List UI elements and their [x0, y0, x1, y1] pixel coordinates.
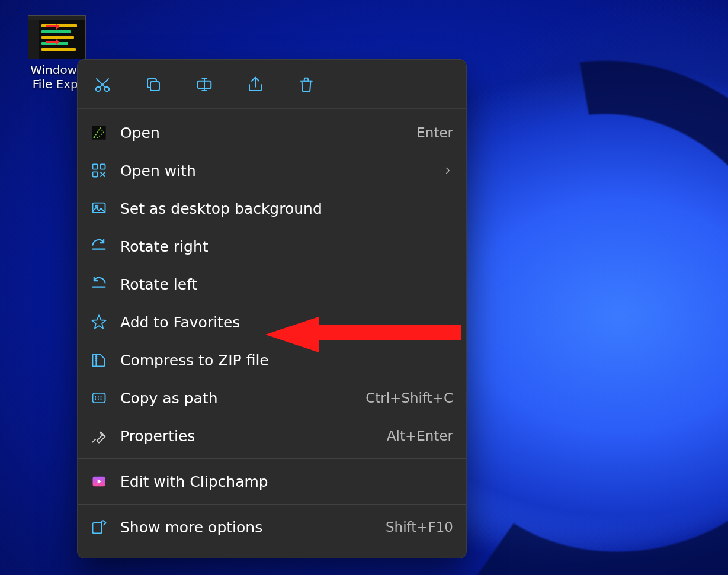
menu-item-label: Properties	[120, 429, 374, 444]
menu-item-label: Open with	[120, 163, 429, 178]
copy-icon	[145, 76, 162, 94]
chevron-right-icon	[442, 163, 453, 178]
rename-icon	[195, 76, 213, 94]
svg-rect-4	[150, 82, 159, 91]
cut-icon	[94, 76, 111, 94]
menu-item-shortcut: Ctrl+Shift+C	[365, 391, 453, 405]
star-icon	[91, 314, 107, 330]
menu-item-label: Compress to ZIP file	[120, 353, 453, 368]
menu-item-label: Rotate left	[120, 277, 453, 292]
copy-button[interactable]	[142, 73, 165, 97]
svg-rect-23	[93, 523, 102, 534]
share-icon	[246, 76, 264, 94]
open-icon	[91, 124, 107, 141]
menu-item-shortcut: Alt+Enter	[387, 429, 453, 443]
menu-item-label: Add to Favorites	[120, 315, 453, 330]
copy-path-icon	[91, 390, 107, 406]
svg-point-12	[96, 205, 98, 208]
menu-item-rotate-right[interactable]: Rotate right	[78, 227, 466, 265]
menu-item-open[interactable]: Open Enter	[78, 114, 466, 152]
menu-item-add-to-favorites[interactable]: Add to Favorites	[78, 303, 466, 341]
menu-separator	[78, 504, 466, 505]
wrench-icon	[91, 428, 107, 444]
menu-item-shortcut: Shift+F10	[386, 521, 453, 534]
svg-rect-10	[93, 172, 98, 176]
svg-marker-15	[92, 315, 105, 328]
context-menu-action-bar	[78, 60, 466, 109]
menu-item-edit-with-clipchamp[interactable]: Edit with Clipchamp	[78, 462, 466, 500]
share-button[interactable]	[243, 73, 267, 97]
show-more-icon	[91, 519, 107, 535]
file-thumbnail	[28, 15, 86, 59]
cut-button[interactable]	[91, 73, 114, 97]
menu-item-show-more-options[interactable]: Show more options Shift+F10	[78, 508, 466, 546]
menu-item-label: Rotate right	[120, 239, 453, 254]
svg-rect-20	[93, 393, 105, 403]
desktop-file-label: Windows File Expl	[30, 63, 83, 91]
picture-icon	[91, 200, 107, 217]
menu-item-set-desktop-background[interactable]: Set as desktop background	[78, 189, 466, 227]
open-with-icon	[91, 162, 107, 179]
rotate-left-icon	[91, 276, 107, 293]
svg-rect-8	[93, 165, 98, 169]
rename-button[interactable]	[193, 73, 216, 97]
menu-item-shortcut: Enter	[416, 126, 453, 140]
menu-item-compress-zip[interactable]: Compress to ZIP file	[78, 341, 466, 379]
delete-button[interactable]	[294, 73, 318, 97]
menu-item-label: Set as desktop background	[120, 201, 453, 216]
menu-item-label: Open	[120, 126, 403, 140]
menu-separator	[78, 458, 466, 459]
context-menu: Open Enter Open with Set as desktop back…	[77, 59, 467, 558]
delete-icon	[297, 76, 315, 94]
menu-item-label: Copy as path	[120, 391, 352, 406]
menu-item-open-with[interactable]: Open with	[78, 152, 466, 189]
menu-item-label: Show more options	[120, 520, 373, 535]
menu-item-label: Edit with Clipchamp	[120, 474, 453, 489]
menu-item-copy-as-path[interactable]: Copy as path Ctrl+Shift+C	[78, 379, 466, 417]
svg-rect-9	[100, 165, 105, 169]
menu-item-rotate-left[interactable]: Rotate left	[78, 265, 466, 303]
rotate-right-icon	[91, 238, 107, 255]
clipchamp-icon	[91, 473, 107, 490]
menu-item-properties[interactable]: Properties Alt+Enter	[78, 417, 466, 455]
zip-icon	[91, 352, 107, 368]
